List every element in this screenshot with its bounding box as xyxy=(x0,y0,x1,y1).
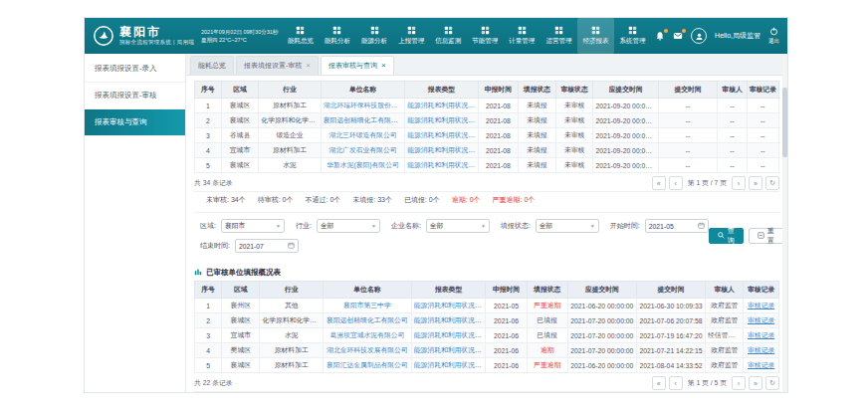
action-link[interactable]: 审核记录 xyxy=(748,302,774,308)
reset-button[interactable]: 重置 xyxy=(749,228,783,244)
summary-value: 0个 xyxy=(524,196,535,203)
text-link[interactable]: 能源消耗和利用状况报告表... xyxy=(407,116,478,123)
text-link[interactable]: 湖北环瑞环保科技股份有... xyxy=(324,102,403,108)
nav-item-10[interactable]: 系统管理 xyxy=(614,18,651,54)
nav-item-5[interactable]: 信息监测 xyxy=(430,18,467,54)
text-link[interactable]: 襄阳远创精细化工有限公司 xyxy=(326,316,408,323)
cell: -- xyxy=(747,128,778,143)
nav-icon xyxy=(481,26,490,35)
cell: 其他 xyxy=(260,299,324,313)
refresh-icon[interactable]: ↻ xyxy=(765,376,779,390)
column-header: 序号 xyxy=(195,282,222,299)
status-value: 全部 xyxy=(540,221,553,231)
nav-icon xyxy=(332,26,341,35)
text-link[interactable]: 湖北金环科技发展有限公司 xyxy=(326,346,408,353)
cell: 未填报 xyxy=(519,113,556,128)
cell: 宜城市 xyxy=(222,328,260,343)
last-page-button[interactable]: » xyxy=(749,176,762,190)
text-link[interactable]: 能源消耗和利用状况报告表... xyxy=(407,161,478,168)
text-link[interactable]: 能源消耗和利用状况报告表... xyxy=(414,302,486,308)
search-button[interactable]: 查询 xyxy=(709,228,744,244)
action-link[interactable]: 审核记录 xyxy=(748,346,774,353)
text-link[interactable]: 襄阳汇达金属制品有限公司 xyxy=(326,361,408,368)
search-button-label: 查询 xyxy=(728,226,735,246)
text-link[interactable]: 襄阳市第三中学 xyxy=(343,302,391,308)
pending-pager-row: 共 34 条记录 « ‹ 第 1 页 / 7 页 › » ↻ xyxy=(194,175,779,191)
user-avatar[interactable] xyxy=(691,28,707,44)
text-link[interactable]: 能源消耗和利用状况报告表... xyxy=(414,331,486,338)
logout-button[interactable]: 退出 xyxy=(768,27,779,45)
end-date-input[interactable]: 2021-07 xyxy=(235,239,299,253)
text-link[interactable]: 能源消耗和利用状况报告表... xyxy=(414,316,486,323)
start-date-input[interactable]: 2021-05 xyxy=(645,219,709,233)
filter-row-1: 区域: 襄阳市 ▼ 行业: 全部 ▼ 企业名称: xyxy=(194,219,709,233)
sidebar-item-3[interactable]: 报表审核与查询 xyxy=(85,109,185,136)
text-link[interactable]: 襄阳远创精细化工有限公司 xyxy=(324,116,405,123)
prev-page-button[interactable]: ‹ xyxy=(669,176,683,190)
next-page-button[interactable]: › xyxy=(732,176,746,190)
system-subtitle: 招标全流程管理系统 | 局用端 xyxy=(119,39,194,46)
close-icon[interactable]: × xyxy=(381,62,386,70)
text-link[interactable]: 能源消耗和利用状况报告表... xyxy=(407,102,478,108)
nav-item-2[interactable]: 能耗分析 xyxy=(319,18,355,54)
message-icon[interactable] xyxy=(673,31,683,41)
cell: 能源消耗和利用状况报告表... xyxy=(411,328,486,343)
nav-item-8[interactable]: 运营管理 xyxy=(541,18,577,54)
bell-icon[interactable] xyxy=(655,31,665,41)
cell: 2021-09-20 00:00:00 xyxy=(593,113,658,128)
tab-3[interactable]: 报表审核与查询× xyxy=(321,56,394,75)
prev-page-button[interactable]: ‹ xyxy=(669,376,683,390)
company-value: 全部 xyxy=(430,221,444,231)
action-link[interactable]: 审核记录 xyxy=(748,331,774,338)
cell: 湖北广发石业有限公司 xyxy=(321,143,404,158)
cell: 政府监管 xyxy=(706,343,744,358)
nav-item-label: 信息监测 xyxy=(435,37,461,46)
action-link[interactable]: 审核记录 xyxy=(748,361,774,368)
text-link[interactable]: 能源消耗和利用状况报告表... xyxy=(414,346,486,353)
next-page-button[interactable]: › xyxy=(732,376,746,390)
action-link[interactable]: 审核记录 xyxy=(748,316,774,323)
first-page-button[interactable]: « xyxy=(652,376,666,390)
page-info: 第 1 页 / 5 页 xyxy=(688,378,727,388)
column-header: 单位名称 xyxy=(321,82,404,99)
text-link[interactable]: 能源消耗和利用状况报告表... xyxy=(407,146,478,153)
text-link[interactable]: 华新水泥(襄阳)有限公司 xyxy=(326,161,399,168)
nav-item-1[interactable]: 能耗总览 xyxy=(282,18,319,54)
cell: 2021-06-20 00:00:00 xyxy=(567,358,636,373)
tab-1[interactable]: 能耗总览 xyxy=(190,56,234,75)
chevron-down-icon: ▼ xyxy=(590,223,595,229)
last-page-button[interactable]: » xyxy=(749,376,762,390)
nav-item-3[interactable]: 能源分析 xyxy=(356,18,393,54)
text-link[interactable]: 葛洲坝宜城水泥有限公司 xyxy=(330,331,405,338)
nav-item-9[interactable]: 经济报表 xyxy=(577,18,614,54)
industry-select[interactable]: 全部 ▼ xyxy=(317,219,380,233)
chevron-down-icon: ▼ xyxy=(481,223,486,229)
status-select[interactable]: 全部 ▼ xyxy=(536,219,599,233)
text-link[interactable]: 湖北广发石业有限公司 xyxy=(329,146,397,153)
cell: 谷城县 xyxy=(221,128,259,143)
summary-item: 逾期: 0个 xyxy=(452,195,481,205)
nav-item-6[interactable]: 节能管理 xyxy=(467,18,504,54)
text-link[interactable]: 能源消耗和利用状况报告表... xyxy=(414,361,486,368)
sidebar-item-2[interactable]: 报表填报设置-审核 xyxy=(85,83,185,109)
text-link[interactable]: 能源消耗和利用状况报告表... xyxy=(407,131,478,138)
nav-icon xyxy=(296,26,305,35)
sidebar-item-1[interactable]: 报表填报设置-录入 xyxy=(85,56,185,83)
close-icon[interactable]: × xyxy=(306,62,311,70)
region-select[interactable]: 襄阳市 ▼ xyxy=(221,219,285,233)
nav-item-7[interactable]: 计量管理 xyxy=(504,18,541,54)
tab-2[interactable]: 报表填报设置-审核× xyxy=(236,56,319,75)
column-header: 填报状态 xyxy=(519,82,556,99)
refresh-icon[interactable]: ↻ xyxy=(765,176,779,190)
scrollbar-thumb[interactable] xyxy=(782,88,787,157)
text-link[interactable]: 湖北三环锻造有限公司 xyxy=(329,131,397,138)
company-select[interactable]: 全部 ▼ xyxy=(426,219,490,233)
column-header: 提交时间 xyxy=(636,282,705,299)
cell: 2021-06-20 00:00:00 xyxy=(567,299,636,313)
record-count: 共 34 条记录 xyxy=(194,178,233,188)
nav-item-4[interactable]: 上报管理 xyxy=(393,18,430,54)
column-header: 应提交时间 xyxy=(593,82,658,99)
nav-icon xyxy=(370,26,379,35)
first-page-button[interactable]: « xyxy=(652,176,666,190)
column-header: 申报时间 xyxy=(478,82,518,99)
